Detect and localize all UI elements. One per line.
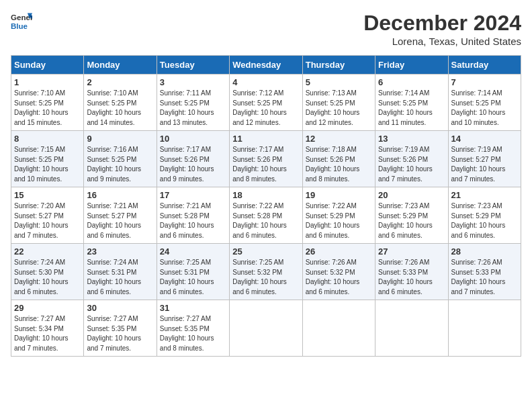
day-number: 25 (232, 246, 299, 257)
day-number: 8 (14, 134, 81, 144)
day-number: 24 (160, 246, 226, 257)
day-info: Sunrise: 7:24 AMSunset: 5:30 PMDaylight:… (14, 259, 69, 295)
table-cell: 27 Sunrise: 7:26 AMSunset: 5:33 PMDaylig… (375, 244, 448, 300)
table-cell (375, 300, 448, 357)
day-number: 18 (232, 190, 299, 200)
col-wednesday: Wednesday (230, 56, 302, 75)
table-cell: 13 Sunrise: 7:19 AMSunset: 5:26 PMDaylig… (375, 131, 448, 187)
col-thursday: Thursday (302, 56, 375, 75)
table-cell: 16 Sunrise: 7:21 AMSunset: 5:27 PMDaylig… (84, 187, 157, 244)
day-number: 28 (451, 246, 518, 257)
day-number: 12 (306, 134, 372, 144)
table-cell: 28 Sunrise: 7:26 AMSunset: 5:33 PMDaylig… (448, 244, 521, 300)
day-info: Sunrise: 7:19 AMSunset: 5:27 PMDaylight:… (451, 146, 506, 183)
day-info: Sunrise: 7:25 AMSunset: 5:32 PMDaylight:… (232, 259, 287, 295)
table-cell: 12 Sunrise: 7:18 AMSunset: 5:26 PMDaylig… (302, 131, 375, 187)
table-cell: 6 Sunrise: 7:14 AMSunset: 5:25 PMDayligh… (375, 75, 448, 131)
day-info: Sunrise: 7:10 AMSunset: 5:25 PMDaylight:… (87, 89, 141, 126)
day-number: 30 (87, 303, 153, 313)
day-number: 11 (232, 134, 299, 144)
table-cell: 5 Sunrise: 7:13 AMSunset: 5:25 PMDayligh… (302, 75, 375, 131)
table-cell: 8 Sunrise: 7:15 AMSunset: 5:25 PMDayligh… (11, 131, 84, 187)
day-info: Sunrise: 7:17 AMSunset: 5:26 PMDaylight:… (232, 146, 287, 183)
day-number: 22 (14, 246, 81, 257)
day-number: 31 (160, 303, 226, 313)
week-row-4: 22 Sunrise: 7:24 AMSunset: 5:30 PMDaylig… (11, 244, 521, 300)
location: Lorena, Texas, United States (363, 36, 521, 47)
table-cell: 29 Sunrise: 7:27 AMSunset: 5:34 PMDaylig… (11, 300, 84, 357)
day-info: Sunrise: 7:13 AMSunset: 5:25 PMDaylight:… (306, 89, 360, 126)
day-info: Sunrise: 7:18 AMSunset: 5:26 PMDaylight:… (306, 146, 360, 183)
table-cell: 3 Sunrise: 7:11 AMSunset: 5:25 PMDayligh… (157, 75, 229, 131)
col-sunday: Sunday (11, 56, 84, 75)
day-number: 4 (232, 77, 299, 87)
table-cell: 21 Sunrise: 7:23 AMSunset: 5:29 PMDaylig… (448, 187, 521, 244)
table-cell: 20 Sunrise: 7:23 AMSunset: 5:29 PMDaylig… (375, 187, 448, 244)
table-cell: 2 Sunrise: 7:10 AMSunset: 5:25 PMDayligh… (84, 75, 157, 131)
day-info: Sunrise: 7:27 AMSunset: 5:35 PMDaylight:… (87, 315, 141, 352)
day-info: Sunrise: 7:26 AMSunset: 5:33 PMDaylight:… (451, 259, 506, 295)
day-number: 15 (14, 190, 81, 200)
day-number: 3 (160, 77, 226, 87)
day-number: 26 (306, 246, 372, 257)
day-number: 9 (87, 134, 153, 144)
table-cell (302, 300, 375, 357)
day-info: Sunrise: 7:21 AMSunset: 5:28 PMDaylight:… (160, 202, 214, 239)
table-cell: 1 Sunrise: 7:10 AMSunset: 5:25 PMDayligh… (11, 75, 84, 131)
week-row-5: 29 Sunrise: 7:27 AMSunset: 5:34 PMDaylig… (11, 300, 521, 357)
day-number: 10 (160, 134, 226, 144)
page-header: General Blue December 2024 Lorena, Texas… (11, 11, 521, 47)
day-number: 7 (451, 77, 518, 87)
week-row-2: 8 Sunrise: 7:15 AMSunset: 5:25 PMDayligh… (11, 131, 521, 187)
table-cell: 18 Sunrise: 7:22 AMSunset: 5:28 PMDaylig… (230, 187, 302, 244)
table-cell: 15 Sunrise: 7:20 AMSunset: 5:27 PMDaylig… (11, 187, 84, 244)
table-cell: 19 Sunrise: 7:22 AMSunset: 5:29 PMDaylig… (302, 187, 375, 244)
table-cell: 9 Sunrise: 7:16 AMSunset: 5:25 PMDayligh… (84, 131, 157, 187)
table-cell: 10 Sunrise: 7:17 AMSunset: 5:26 PMDaylig… (157, 131, 229, 187)
col-tuesday: Tuesday (157, 56, 229, 75)
day-info: Sunrise: 7:24 AMSunset: 5:31 PMDaylight:… (87, 259, 141, 295)
day-number: 19 (306, 190, 372, 200)
day-number: 20 (378, 190, 445, 200)
day-number: 6 (378, 77, 445, 87)
week-row-3: 15 Sunrise: 7:20 AMSunset: 5:27 PMDaylig… (11, 187, 521, 244)
day-info: Sunrise: 7:22 AMSunset: 5:28 PMDaylight:… (232, 202, 287, 239)
day-number: 13 (378, 134, 445, 144)
table-cell: 22 Sunrise: 7:24 AMSunset: 5:30 PMDaylig… (11, 244, 84, 300)
day-info: Sunrise: 7:26 AMSunset: 5:33 PMDaylight:… (378, 259, 433, 295)
day-info: Sunrise: 7:23 AMSunset: 5:29 PMDaylight:… (378, 202, 433, 239)
day-info: Sunrise: 7:11 AMSunset: 5:25 PMDaylight:… (160, 89, 214, 126)
day-number: 27 (378, 246, 445, 257)
logo-icon: General Blue (11, 11, 32, 32)
table-cell: 17 Sunrise: 7:21 AMSunset: 5:28 PMDaylig… (157, 187, 229, 244)
day-info: Sunrise: 7:12 AMSunset: 5:25 PMDaylight:… (232, 89, 287, 126)
table-cell: 31 Sunrise: 7:27 AMSunset: 5:35 PMDaylig… (157, 300, 229, 357)
day-info: Sunrise: 7:15 AMSunset: 5:25 PMDaylight:… (14, 146, 69, 183)
day-info: Sunrise: 7:26 AMSunset: 5:32 PMDaylight:… (306, 259, 360, 295)
table-cell (448, 300, 521, 357)
col-monday: Monday (84, 56, 157, 75)
table-cell: 11 Sunrise: 7:17 AMSunset: 5:26 PMDaylig… (230, 131, 302, 187)
col-friday: Friday (375, 56, 448, 75)
table-cell: 24 Sunrise: 7:25 AMSunset: 5:31 PMDaylig… (157, 244, 229, 300)
calendar-table: Sunday Monday Tuesday Wednesday Thursday… (11, 55, 521, 357)
table-cell: 7 Sunrise: 7:14 AMSunset: 5:25 PMDayligh… (448, 75, 521, 131)
day-number: 2 (87, 77, 153, 87)
col-saturday: Saturday (448, 56, 521, 75)
table-cell: 30 Sunrise: 7:27 AMSunset: 5:35 PMDaylig… (84, 300, 157, 357)
table-cell: 26 Sunrise: 7:26 AMSunset: 5:32 PMDaylig… (302, 244, 375, 300)
logo: General Blue (11, 11, 32, 32)
day-number: 17 (160, 190, 226, 200)
day-info: Sunrise: 7:27 AMSunset: 5:34 PMDaylight:… (14, 315, 69, 352)
table-cell: 4 Sunrise: 7:12 AMSunset: 5:25 PMDayligh… (230, 75, 302, 131)
day-number: 16 (87, 190, 153, 200)
day-info: Sunrise: 7:16 AMSunset: 5:25 PMDaylight:… (87, 146, 141, 183)
month-title: December 2024 (363, 11, 521, 36)
table-cell: 25 Sunrise: 7:25 AMSunset: 5:32 PMDaylig… (230, 244, 302, 300)
table-cell: 14 Sunrise: 7:19 AMSunset: 5:27 PMDaylig… (448, 131, 521, 187)
title-area: December 2024 Lorena, Texas, United Stat… (363, 11, 521, 47)
calendar-header-row: Sunday Monday Tuesday Wednesday Thursday… (11, 56, 521, 75)
day-number: 1 (14, 77, 81, 87)
day-info: Sunrise: 7:14 AMSunset: 5:25 PMDaylight:… (378, 89, 433, 126)
day-info: Sunrise: 7:27 AMSunset: 5:35 PMDaylight:… (160, 315, 214, 352)
